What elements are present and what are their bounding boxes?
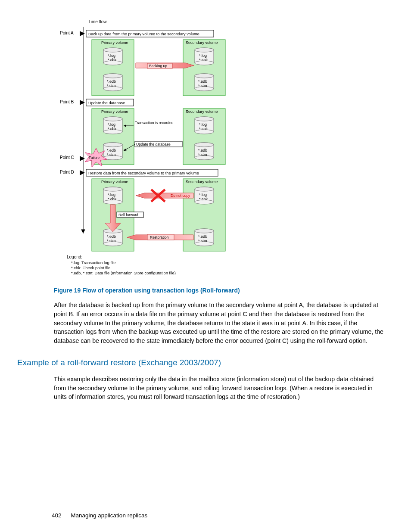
point-a-label: Point A — [60, 31, 74, 35]
point-b-label: Point B — [60, 100, 74, 104]
svg-text:*.stm: *.stm — [107, 152, 116, 157]
svg-point-54 — [195, 117, 214, 121]
svg-text:Secondary volume: Secondary volume — [186, 109, 218, 114]
svg-text:Do not copy: Do not copy — [171, 193, 190, 198]
svg-text:*.edb: *.edb — [198, 148, 207, 152]
legend-edb: *.edb, *.stm: Data file (Information Sto… — [71, 271, 176, 275]
svg-text:Primary volume: Primary volume — [101, 180, 128, 184]
svg-text:Secondary volume: Secondary volume — [186, 40, 218, 45]
body-paragraph-1: After the database is backed up from the… — [54, 301, 385, 345]
svg-text:Primary volume: Primary volume — [101, 109, 128, 114]
svg-point-93 — [195, 187, 214, 191]
svg-point-16 — [103, 74, 122, 78]
svg-point-81 — [103, 187, 122, 191]
point-c-label: Point C — [60, 155, 74, 160]
svg-text:Failure: Failure — [89, 156, 100, 160]
svg-point-99 — [195, 229, 214, 233]
time-flow-label: Time flow — [88, 19, 107, 24]
svg-marker-33 — [80, 100, 85, 105]
svg-text:*.chk: *.chk — [108, 58, 117, 62]
svg-text:*.stm: *.stm — [107, 239, 116, 243]
point-d-label: Point D — [60, 170, 74, 174]
legend-log: *.log: Transaction log file — [71, 260, 116, 265]
svg-text:Secondary volume: Secondary volume — [186, 180, 218, 184]
point-a-step: Back up data from the primary volume to … — [88, 32, 199, 36]
svg-point-48 — [103, 143, 122, 147]
section-heading: Example of a roll-forward restore (Excha… — [17, 357, 385, 369]
svg-text:*.chk: *.chk — [199, 197, 208, 201]
diagram-region: Time flow Point A Back up data from the … — [58, 17, 385, 280]
svg-text:*.log: *.log — [199, 122, 207, 127]
svg-text:*.log: *.log — [108, 193, 115, 197]
svg-text:*.chk: *.chk — [108, 197, 117, 201]
legend-title: Legend: — [67, 255, 82, 259]
body-paragraph-2: This example describes restoring only th… — [54, 375, 385, 401]
svg-text:*.log: *.log — [108, 122, 115, 127]
svg-text:*.edb: *.edb — [198, 234, 207, 239]
svg-text:*.edb: *.edb — [198, 79, 207, 84]
svg-point-28 — [195, 74, 214, 78]
panel-a: Primary volume Secondary volume *.log *.… — [92, 40, 225, 96]
svg-text:*.stm: *.stm — [198, 84, 207, 88]
svg-text:*.stm: *.stm — [198, 152, 207, 157]
svg-point-60 — [195, 143, 214, 147]
svg-text:*.chk: *.chk — [199, 127, 208, 131]
panel-b: Primary volume Secondary volume *.log *.… — [92, 109, 225, 165]
svg-text:*.log: *.log — [108, 53, 115, 58]
point-b-step: Update the database — [88, 101, 125, 105]
svg-text:*.edb: *.edb — [107, 234, 116, 239]
svg-text:Transaction is recorded: Transaction is recorded — [135, 121, 174, 125]
figure-caption: Figure 19 Flow of operation using transa… — [54, 286, 385, 295]
svg-text:*.stm: *.stm — [198, 239, 207, 243]
svg-text:*.edb: *.edb — [107, 79, 116, 84]
svg-text:*.stm: *.stm — [107, 84, 116, 88]
legend-chk: *.chk: Check point file — [71, 265, 110, 270]
svg-marker-72 — [80, 170, 85, 175]
svg-point-10 — [103, 48, 122, 52]
svg-text:*.log: *.log — [199, 53, 207, 58]
svg-text:Restoration: Restoration — [150, 235, 169, 240]
svg-text:*.chk: *.chk — [199, 58, 208, 62]
backing-up-label: Backing up — [149, 64, 167, 68]
svg-text:*.edb: *.edb — [107, 148, 116, 152]
restoration: Restoration — [127, 234, 193, 240]
svg-point-42 — [103, 117, 122, 121]
svg-text:*.log: *.log — [199, 193, 207, 197]
svg-text:*.chk: *.chk — [108, 127, 117, 131]
svg-point-22 — [195, 48, 214, 52]
svg-marker-1 — [80, 31, 85, 36]
point-d-step: Restore data from the secondary volume t… — [88, 171, 199, 175]
svg-text:Update the database: Update the database — [136, 142, 171, 146]
svg-marker-69 — [80, 156, 85, 161]
svg-text:Primary volume: Primary volume — [101, 40, 128, 45]
svg-text:Roll forward: Roll forward — [118, 213, 138, 217]
panel-d: Primary volume Secondary volume *.log *.… — [92, 179, 225, 251]
flow-diagram: Time flow Point A Back up data from the … — [58, 17, 286, 277]
